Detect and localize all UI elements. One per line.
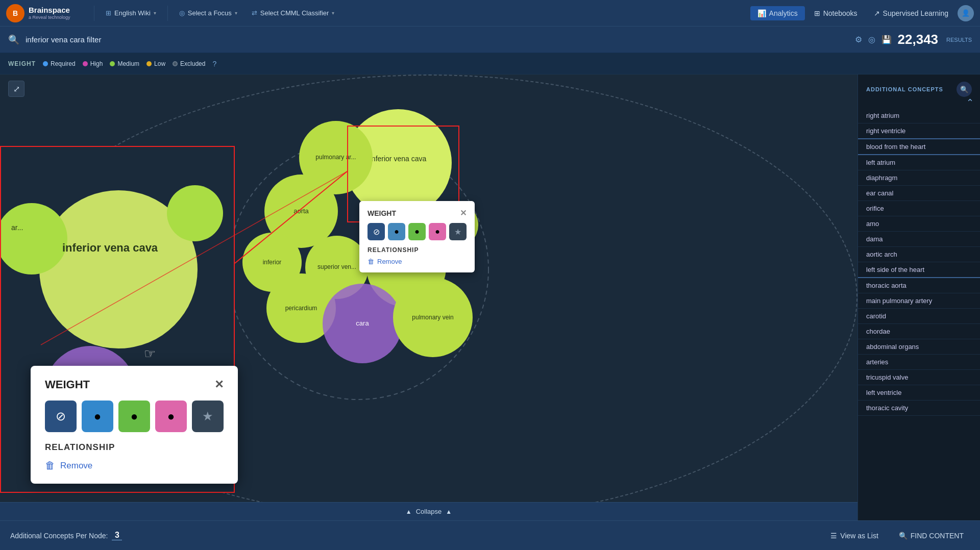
concepts-per-node: Additional Concepts Per Node: 3 [10,531,122,540]
large-btn-excluded[interactable]: ⊘ [45,401,77,432]
find-content-icon: 🔍 [899,532,908,540]
cmml-label: Select CMML Classifier [260,9,329,17]
supervised-button[interactable]: ↗ Supervised Learning [867,6,955,20]
fullscreen-button[interactable]: ⤢ [8,81,24,97]
svg-text:cara: cara [356,319,369,327]
svg-point-7 [345,109,452,216]
svg-point-9 [299,121,373,194]
large-popup-close[interactable]: ✕ [214,378,224,391]
find-content-label: FIND CONTENT [911,532,964,540]
small-popup-title: WEIGHT ✕ [368,208,467,218]
sidebar-item-chordae[interactable]: chordae [858,324,980,339]
small-popup-rel: RELATIONSHIP [368,246,467,254]
small-btn-excluded[interactable]: ⊘ [368,223,385,240]
dataset-chevron: ▾ [154,10,156,16]
cmml-chevron: ▾ [332,10,334,16]
large-btn-medium[interactable]: ● [118,401,150,432]
large-popup-rel: RELATIONSHIP [45,442,224,453]
sidebar-item-tricuspid-valve[interactable]: tricuspid valve [858,370,980,385]
small-remove-icon: 🗑 [368,258,374,265]
help-icon[interactable]: ? [212,60,216,68]
small-popup-close[interactable]: ✕ [460,208,467,218]
small-btn-high[interactable]: ● [429,223,446,240]
sidebar-search-button[interactable]: 🔍 [957,82,972,97]
sidebar-item-dama[interactable]: dama [858,232,980,247]
right-sidebar: ADDITIONAL CONCEPTS 🔍 ⌃ right atrium rig… [857,74,980,520]
svg-point-22 [323,284,402,363]
view-list-label: View as List [840,532,878,540]
collapse-bar[interactable]: ▲ Collapse ▲ [0,502,857,520]
svg-text:inferior vena cava: inferior vena cava [370,155,427,163]
collapse-up-arrow: ▲ [406,508,412,515]
weight-excluded[interactable]: Excluded [173,60,205,67]
sidebar-item-amo[interactable]: amo [858,216,980,232]
sidebar-item-right-ventricle[interactable]: right ventricle [858,123,980,139]
large-popup-remove[interactable]: 🗑 Remove [45,460,224,471]
sidebar-item-thoracic-cavity[interactable]: thoracic cavity [858,401,980,416]
filter-icon[interactable]: ⚙ [855,35,862,44]
medium-label: Medium [117,60,139,67]
svg-text:aorta: aorta [293,207,309,215]
sidebar-item-left-atrium[interactable]: left atrium [858,155,980,170]
analytics-button[interactable]: 📊 Analytics [750,6,805,20]
save-icon[interactable]: 💾 [881,35,892,44]
small-btn-low[interactable]: ● [388,223,405,240]
small-btn-required[interactable]: ★ [449,223,467,240]
sidebar-item-thoracic-aorta[interactable]: thoracic aorta [858,278,980,293]
logo: B Brainspace a Reveal technology [6,4,88,22]
sidebar-item-left-ventricle[interactable]: left ventricle [858,385,980,401]
sidebar-item-right-atrium[interactable]: right atrium [858,108,980,123]
cmml-icon: ⇄ [252,9,257,17]
supervised-icon: ↗ [874,9,880,17]
location-icon[interactable]: ◎ [868,35,875,44]
view-list-button[interactable]: ☰ View as List [824,529,884,543]
nav-separator-1 [94,6,94,21]
logo-main: Brainspace [29,6,70,15]
sidebar-item-abdominal-organs[interactable]: abdominal organs [858,339,980,355]
logo-text: Brainspace a Reveal technology [29,6,70,20]
small-btn-medium[interactable]: ● [408,223,426,240]
large-remove-icon: 🗑 [45,460,55,471]
weight-bar: WEIGHT Required High Medium Low Excluded… [0,53,980,74]
sidebar-item-aortic-arch[interactable]: aortic arch [858,247,980,262]
svg-point-13 [242,233,302,292]
weight-required[interactable]: Required [43,60,76,67]
sidebar-item-carotid[interactable]: carotid [858,309,980,324]
sidebar-item-main-pulmonary-artery[interactable]: main pulmonary artery [858,293,980,309]
svg-point-20 [266,273,336,343]
results-count: 22,343 [898,32,939,47]
cmml-selector[interactable]: ⇄ Select CMML Classifier ▾ [247,7,340,19]
node-count[interactable]: 3 [112,531,122,540]
weight-bar-label: WEIGHT [8,60,36,67]
weight-low[interactable]: Low [146,60,165,67]
find-content-button[interactable]: 🔍 FIND CONTENT [893,529,970,543]
sidebar-item-arteries[interactable]: arteries [858,355,980,370]
sidebar-item-diaphragm[interactable]: diaphragm [858,170,980,186]
small-popup-remove[interactable]: 🗑 Remove [368,258,467,265]
focus-selector[interactable]: ◎ Select a Focus ▾ [174,7,242,19]
required-dot [43,61,48,66]
large-btn-high[interactable]: ● [155,401,187,432]
high-dot [83,61,88,66]
sidebar-item-left-side-heart[interactable]: left side of the heart [858,262,980,278]
bottom-bar: Additional Concepts Per Node: 3 ☰ View a… [0,520,980,550]
focus-chevron: ▾ [235,10,237,16]
sidebar-item-orifice[interactable]: orifice [858,201,980,216]
large-btn-low[interactable]: ● [82,401,113,432]
sidebar-item-ear-canal[interactable]: ear canal [858,186,980,201]
sidebar-item-blood-from-heart[interactable]: blood from the heart [858,139,980,155]
notebooks-button[interactable]: ⊞ Notebooks [807,6,865,20]
collapse-label: Collapse [416,508,442,515]
weight-high[interactable]: High [83,60,103,67]
low-dot [146,61,152,66]
dataset-selector[interactable]: ⊞ English Wiki ▾ [101,7,161,19]
search-input[interactable] [26,35,849,44]
weight-medium[interactable]: Medium [110,60,139,67]
large-btn-required[interactable]: ★ [192,401,224,432]
sidebar-collapse[interactable]: ⌃ [858,97,980,108]
low-label: Low [154,60,165,67]
top-nav: B Brainspace a Reveal technology ⊞ Engli… [0,0,980,27]
sidebar-title: ADDITIONAL CONCEPTS [866,86,943,92]
large-weight-buttons: ⊘ ● ● ● ★ [45,401,224,432]
user-avatar[interactable]: 👤 [958,5,974,21]
